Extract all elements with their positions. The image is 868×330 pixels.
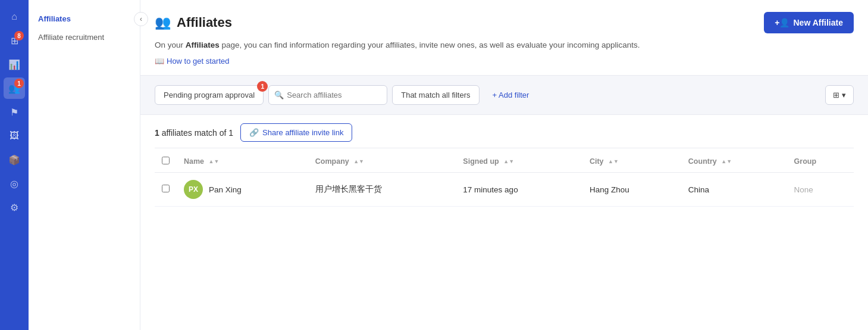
add-filter-button[interactable]: + Add filter <box>484 86 538 104</box>
settings-icon[interactable]: ⚙ <box>4 197 25 218</box>
affiliates-table: Name ▲▼ Company ▲▼ Signed up ▲▼ City ▲▼ <box>155 151 854 207</box>
add-filter-label: + Add filter <box>493 91 529 99</box>
signedup-value: 17 minutes ago <box>463 185 518 194</box>
row-checkbox-cell <box>155 173 177 207</box>
grid-icon[interactable]: ⊞8 <box>4 30 25 51</box>
city-value: Hang Zhou <box>590 185 629 194</box>
of-label: of <box>220 128 227 138</box>
main-content: 👥 Affiliates +👤 New Affiliate On your Af… <box>140 0 868 330</box>
country-col-label: Country <box>688 157 717 166</box>
new-affiliate-button[interactable]: +👤 New Affiliate <box>764 12 854 33</box>
how-to-link-text: How to get started <box>167 57 230 66</box>
box-icon[interactable]: 📦 <box>4 149 25 170</box>
country-value: China <box>688 185 709 194</box>
company-col-label: Company <box>315 157 349 166</box>
city-cell: Hang Zhou <box>582 173 681 207</box>
sidebar-icons: ⌂⊞8📊👥1⚑🖼📦◎⚙ <box>0 0 29 330</box>
desc-part1: On your <box>155 41 186 49</box>
city-col-label: City <box>590 157 604 166</box>
name-sort-icon: ▲▼ <box>209 159 220 164</box>
sidebar-nav: ‹ Affiliates Affiliate recruitment <box>29 0 140 330</box>
search-input[interactable] <box>268 85 387 105</box>
affiliate-name[interactable]: Pan Xing <box>209 185 242 194</box>
chart-icon[interactable]: 📊 <box>4 54 25 75</box>
view-toggle-arrow: ▾ <box>842 91 846 99</box>
select-all-checkbox[interactable] <box>162 157 170 164</box>
compass-icon[interactable]: ◎ <box>4 173 25 194</box>
group-value: None <box>794 185 813 194</box>
group-cell: None <box>787 173 854 207</box>
select-all-col <box>155 151 177 173</box>
company-value: 用户增长黑客干货 <box>315 185 382 194</box>
flag-icon[interactable]: ⚑ <box>4 101 25 123</box>
sidebar-item-affiliates[interactable]: Affiliates <box>29 10 140 28</box>
affiliates-total: 1 <box>228 128 233 138</box>
affiliates-match-row: 1 affiliates match of 1 🔗 Share affiliat… <box>155 115 854 148</box>
people-icon[interactable]: 👥1 <box>4 77 25 99</box>
match-filter-button[interactable]: That match all filters <box>392 85 479 105</box>
pending-badge: 1 <box>257 81 268 92</box>
country-sort-icon: ▲▼ <box>721 159 732 164</box>
company-sort-icon: ▲▼ <box>353 159 364 164</box>
sidebar-collapse-btn[interactable]: ‹ <box>134 12 148 26</box>
view-toggle-button[interactable]: ⊞ ▾ <box>825 85 854 105</box>
group-col-header: Group <box>787 151 854 173</box>
signedup-sort-icon: ▲▼ <box>503 159 514 164</box>
view-toggle-icon: ⊞ <box>833 91 839 99</box>
page-title-text: Affiliates <box>177 15 232 30</box>
name-col-label: Name <box>184 157 204 166</box>
match-filter-label: That match all filters <box>401 91 470 99</box>
header-description: On your Affiliates page, you can find in… <box>155 39 854 51</box>
signedup-cell: 17 minutes ago <box>456 173 582 207</box>
avatar: PX <box>184 180 203 199</box>
header: 👥 Affiliates +👤 New Affiliate On your Af… <box>140 0 868 76</box>
affiliates-title-icon: 👥 <box>155 15 171 30</box>
pending-label: Pending program approval <box>164 91 255 99</box>
signedup-col-label: Signed up <box>463 157 499 166</box>
name-col-header[interactable]: Name ▲▼ <box>177 151 308 173</box>
share-invite-link-button[interactable]: 🔗 Share affiliate invite link <box>240 123 352 142</box>
affiliates-count: 1 <box>155 128 159 138</box>
country-col-header[interactable]: Country ▲▼ <box>681 151 787 173</box>
pending-approval-button[interactable]: Pending program approval 1 <box>155 85 264 105</box>
sidebar-item-affiliate-recruitment[interactable]: Affiliate recruitment <box>29 28 140 46</box>
group-col-label: Group <box>794 157 817 166</box>
company-cell: 用户增长黑客干货 <box>308 173 456 207</box>
page-title: 👥 Affiliates <box>155 15 232 30</box>
signedup-col-header[interactable]: Signed up ▲▼ <box>456 151 582 173</box>
country-cell: China <box>681 173 787 207</box>
home-icon[interactable]: ⌂ <box>4 6 25 27</box>
filter-bar: Pending program approval 1 🔍 That match … <box>140 76 868 115</box>
company-col-header[interactable]: Company ▲▼ <box>308 151 456 173</box>
city-sort-icon: ▲▼ <box>608 159 619 164</box>
desc-bold: Affiliates <box>186 41 220 49</box>
new-affiliate-label: New Affiliate <box>794 18 844 27</box>
affiliates-label: affiliates match <box>162 128 220 138</box>
table-row: PX Pan Xing 用户增长黑客干货 17 minutes ago Hang… <box>155 173 854 207</box>
how-to-link[interactable]: 📖 How to get started <box>155 57 230 66</box>
search-wrapper: 🔍 <box>268 85 387 105</box>
book-icon: 📖 <box>155 57 164 66</box>
city-col-header[interactable]: City ▲▼ <box>582 151 681 173</box>
share-icon: 🔗 <box>249 128 259 137</box>
search-icon: 🔍 <box>274 91 284 99</box>
new-affiliate-icon: +👤 <box>775 18 789 27</box>
affiliates-match-text: 1 affiliates match of 1 <box>155 128 233 138</box>
share-link-label: Share affiliate invite link <box>262 128 343 137</box>
row-checkbox[interactable] <box>162 185 170 192</box>
name-cell: PX Pan Xing <box>177 173 308 207</box>
table-area: 1 affiliates match of 1 🔗 Share affiliat… <box>140 115 868 330</box>
image-icon[interactable]: 🖼 <box>4 125 25 147</box>
desc-part2: page, you can find information regarding… <box>220 41 640 49</box>
